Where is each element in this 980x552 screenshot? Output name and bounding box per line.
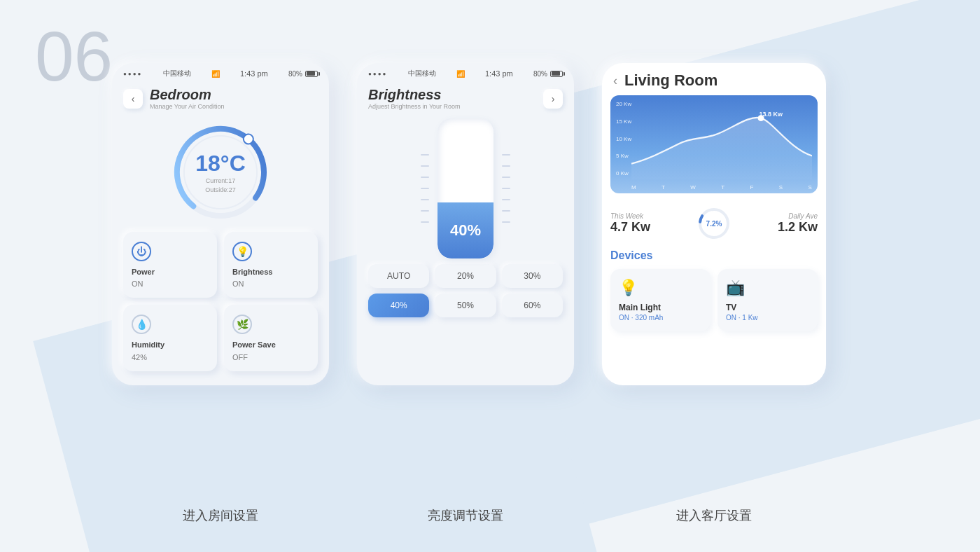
preset-30[interactable]: 30% [502, 264, 563, 288]
mark [502, 177, 510, 178]
powersave-button[interactable]: 🌿 Power Save OFF [224, 305, 318, 371]
controls-grid: ⏻ Power ON 💡 Brightness ON 💧 Humidity 42… [112, 232, 329, 371]
main-light-name: Main Light [619, 303, 702, 312]
energy-chart: 20 Kw 15 Kw 10 Kw 5 Kw 0 Kw 13.8 Kw [610, 95, 818, 193]
tv-status: ON · 1 Kw [726, 314, 809, 322]
brightness-icon: 💡 [232, 242, 252, 261]
page-number: 06 [35, 21, 113, 91]
x-label-t1: T [662, 184, 665, 191]
x-label-f: F [750, 184, 754, 191]
donut-chart: 7.2% [696, 206, 732, 241]
battery-icon-2 [550, 71, 563, 77]
chart-svg-area [631, 101, 812, 179]
this-week-block: This Week 4.7 Kw [610, 212, 691, 235]
device-main-light[interactable]: 💡 Main Light ON · 320 mAh [610, 269, 710, 331]
device-tv[interactable]: 📺 TV ON · 1 Kw [718, 269, 818, 331]
brightness-button[interactable]: 💡 Brightness ON [224, 232, 318, 298]
preset-60[interactable]: 60% [502, 294, 563, 317]
brightness-screen: ●●●● 中国移动 📶 1:43 pm 80% Brightness Adjue… [357, 63, 574, 385]
brightness-track[interactable]: 40% [438, 118, 493, 258]
mark [421, 177, 429, 178]
x-label-s1: S [779, 184, 783, 191]
temp-value: 18°C [195, 151, 246, 177]
y-label-3: 5 Kw [616, 153, 631, 159]
powersave-icon: 🌿 [232, 315, 252, 334]
tv-name: TV [726, 303, 809, 312]
humidity-label: Humidity [132, 340, 164, 350]
temp-inner: 18°C Current:17 Outside:27 [195, 151, 246, 194]
bedroom-title: Bedroom [150, 87, 225, 103]
brightness-header: Brightness Adjuest Brightness in Your Ro… [357, 81, 574, 113]
chart-x-labels: M T W T F S S [631, 184, 812, 191]
time-1: 1:43 pm [240, 69, 268, 78]
preset-20[interactable]: 20% [435, 264, 496, 288]
devices-row: 💡 Main Light ON · 320 mAh 📺 TV ON · 1 Kw [610, 269, 818, 331]
y-label-2: 10 Kw [616, 136, 631, 142]
svg-point-4 [758, 115, 764, 121]
chart-svg [631, 101, 812, 179]
brightness-fill: 40% [438, 202, 493, 258]
daily-ave-block: Daily Ave 1.2 Kw [737, 212, 818, 235]
mark [502, 154, 510, 156]
slider-marks-left [421, 154, 429, 223]
x-label-s2: S [808, 184, 812, 191]
battery-pct-2: 80% [533, 70, 547, 78]
donut-value: 7.2% [706, 220, 722, 228]
power-button[interactable]: ⏻ Power ON [123, 232, 217, 298]
tv-icon: 📺 [726, 279, 809, 297]
mark [502, 165, 510, 167]
main-light-status: ON · 320 mAh [619, 314, 702, 322]
brightness-label: Brightness [232, 267, 272, 277]
preset-40[interactable]: 40% [368, 294, 429, 317]
subtitle-3: 进入客厅设置 [602, 507, 826, 524]
temp-outside: Outside:27 [195, 186, 246, 195]
brightness-status: ON [232, 280, 244, 288]
power-icon: ⏻ [132, 242, 151, 261]
status-bar-1: ●●●● 中国移动 📶 1:43 pm 80% [112, 63, 329, 81]
bedroom-subtitle: Manage Your Air Condition [150, 103, 225, 110]
carrier-dots-2: ●●●● [368, 71, 387, 77]
bedroom-header: ‹ Bedroom Manage Your Air Condition [112, 81, 329, 113]
back-button-1[interactable]: ‹ [123, 89, 143, 109]
humidity-button[interactable]: 💧 Humidity 42% [123, 305, 217, 371]
brightness-title-block: Brightness Adjuest Brightness in Your Ro… [368, 87, 461, 110]
wifi-icon: 📶 [211, 70, 220, 78]
x-label-m: M [631, 184, 636, 191]
temp-current: Current:17 [195, 177, 246, 186]
back-button-3[interactable]: ‹ [613, 74, 617, 88]
brightness-percentage: 40% [450, 221, 481, 240]
temperature-dial: 18°C Current:17 Outside:27 [112, 120, 329, 225]
y-label-1: 15 Kw [616, 118, 631, 125]
subtitle-1: 进入房间设置 [112, 507, 329, 524]
mark [421, 221, 429, 223]
power-status: ON [132, 280, 144, 288]
living-header: ‹ Living Room [602, 63, 826, 95]
subtitles-row: 进入房间设置 亮度调节设置 进入客厅设置 [112, 507, 959, 524]
mark [421, 210, 429, 212]
mark [502, 210, 510, 212]
mark [502, 221, 510, 223]
brightness-title: Brightness [368, 87, 461, 103]
preset-auto[interactable]: AUTO [368, 264, 429, 288]
mark [421, 199, 429, 200]
livingroom-screen: ‹ Living Room 20 Kw 15 Kw 10 Kw 5 Kw 0 K… [602, 63, 826, 385]
this-week-value: 4.7 Kw [610, 220, 691, 235]
wifi-icon-2: 📶 [456, 70, 465, 78]
subtitle-2: 亮度调节设置 [357, 507, 574, 524]
mark [421, 188, 429, 189]
daily-ave-label: Daily Ave [737, 212, 818, 220]
brightness-subtitle: Adjuest Brightness in Your Room [368, 103, 461, 110]
humidity-status: 42% [132, 353, 147, 361]
next-button[interactable]: › [543, 89, 563, 109]
slider-marks-right [502, 154, 510, 223]
living-title: Living Room [624, 71, 718, 90]
mark [502, 199, 510, 200]
energy-stats: This Week 4.7 Kw 7.2% Daily Ave 1.2 Kw [602, 200, 826, 247]
battery-icon-1 [305, 71, 318, 77]
powersave-status: OFF [232, 353, 248, 361]
time-2: 1:43 pm [485, 69, 513, 78]
status-bar-2: ●●●● 中国移动 📶 1:43 pm 80% [357, 63, 574, 81]
y-label-4: 0 Kw [616, 170, 631, 177]
mark [421, 165, 429, 167]
preset-50[interactable]: 50% [435, 294, 496, 317]
